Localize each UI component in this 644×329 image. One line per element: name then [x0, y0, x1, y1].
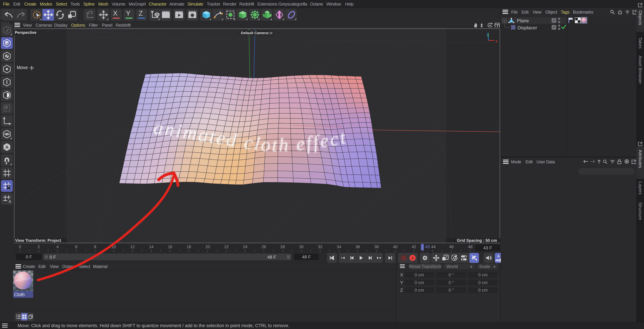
- svg-text:A: A: [411, 256, 414, 260]
- svg-text:A: A: [5, 144, 8, 150]
- svg-text:A: A: [497, 254, 500, 258]
- svg-text:x: x: [496, 39, 498, 43]
- svg-text:Z: Z: [487, 34, 489, 38]
- svg-text:A: A: [8, 199, 11, 203]
